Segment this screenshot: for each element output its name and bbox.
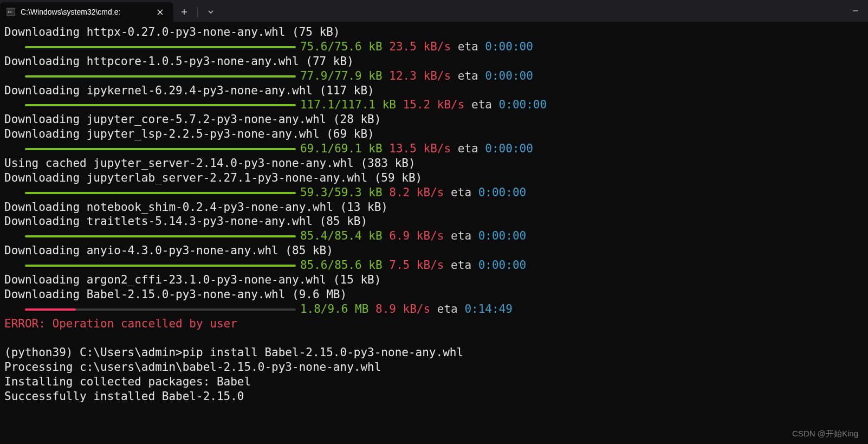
tab-close-button[interactable]	[154, 6, 166, 18]
progress-speed: 13.5 kB/s	[389, 141, 457, 156]
progress-size: 59.3/59.3 kB	[300, 185, 389, 200]
progress-speed: 15.2 kB/s	[403, 98, 471, 112]
eta-label: eta	[458, 40, 485, 54]
progress-line: 117.1/117.1 kB 15.2 kB/s eta 0:00:00	[4, 98, 864, 112]
eta-value: 0:00:00	[485, 141, 533, 156]
progress-size: 77.9/77.9 kB	[300, 69, 389, 83]
blank-line	[4, 331, 864, 345]
divider	[197, 7, 198, 17]
output-line: Installing collected packages: Babel	[4, 375, 864, 389]
watermark: CSDN @开始King	[792, 428, 858, 439]
eta-label: eta	[451, 258, 478, 273]
close-icon	[157, 9, 163, 15]
progress-bar	[25, 229, 300, 243]
progress-size: 85.4/85.4 kB	[300, 229, 389, 243]
window-controls	[843, 0, 868, 22]
output-line: Using cached jupyter_server-2.14.0-py3-n…	[4, 156, 864, 171]
tab-dropdown-button[interactable]	[200, 2, 222, 22]
terminal-output[interactable]: Downloading httpx-0.27.0-py3-none-any.wh…	[0, 22, 868, 444]
progress-line: 59.3/59.3 kB 8.2 kB/s eta 0:00:00	[4, 185, 864, 200]
eta-value: 0:14:49	[464, 302, 513, 317]
progress-size: 85.6/85.6 kB	[300, 258, 389, 273]
new-tab-button[interactable]	[173, 2, 195, 22]
progress-speed: 8.2 kB/s	[389, 185, 451, 200]
progress-speed: 12.3 kB/s	[389, 69, 457, 83]
progress-size: 1.8/9.6 MB	[300, 302, 375, 317]
eta-label: eta	[471, 98, 499, 112]
eta-value: 0:00:00	[478, 229, 527, 243]
progress-bar	[25, 69, 300, 83]
progress-speed: 7.5 kB/s	[389, 258, 451, 273]
chevron-down-icon	[208, 9, 214, 15]
output-line: Successfully installed Babel-2.15.0	[4, 389, 864, 404]
progress-speed: 6.9 kB/s	[389, 229, 451, 243]
progress-bar	[25, 185, 300, 200]
terminal-tab[interactable]: C:\ C:\Windows\system32\cmd.e:	[0, 2, 173, 22]
output-line: Downloading jupyter_lsp-2.2.5-py3-none-a…	[4, 127, 864, 141]
progress-size: 69.1/69.1 kB	[300, 141, 389, 156]
progress-line: 77.9/77.9 kB 12.3 kB/s eta 0:00:00	[4, 69, 864, 83]
progress-bar	[25, 40, 300, 54]
svg-text:C:\: C:\	[8, 10, 12, 14]
error-line: ERROR: Operation cancelled by user	[4, 317, 864, 331]
eta-value: 0:00:00	[485, 40, 533, 54]
output-line: Downloading ipykernel-6.29.4-py3-none-an…	[4, 83, 864, 98]
output-line: Downloading jupyterlab_server-2.27.1-py3…	[4, 171, 864, 185]
progress-line: 1.8/9.6 MB 8.9 kB/s eta 0:14:49	[4, 302, 864, 317]
eta-label: eta	[451, 185, 478, 200]
progress-speed: 8.9 kB/s	[375, 302, 437, 317]
progress-line: 69.1/69.1 kB 13.5 kB/s eta 0:00:00	[4, 141, 864, 156]
progress-bar	[25, 98, 300, 112]
tab-title: C:\Windows\system32\cmd.e:	[21, 8, 148, 16]
output-line: Downloading httpx-0.27.0-py3-none-any.wh…	[4, 25, 864, 40]
minimize-button[interactable]	[843, 0, 868, 22]
output-line: Downloading Babel-2.15.0-py3-none-any.wh…	[4, 287, 864, 302]
minimize-icon	[852, 8, 859, 14]
titlebar: C:\ C:\Windows\system32\cmd.e:	[0, 0, 868, 22]
progress-size: 75.6/75.6 kB	[300, 40, 389, 54]
eta-value: 0:00:00	[499, 98, 547, 112]
eta-label: eta	[437, 302, 465, 317]
output-line: Downloading jupyter_core-5.7.2-py3-none-…	[4, 112, 864, 127]
progress-size: 117.1/117.1 kB	[300, 98, 403, 112]
output-line: (python39) C:\Users\admin>pip install Ba…	[4, 345, 864, 360]
output-line: Downloading argon2_cffi-23.1.0-py3-none-…	[4, 273, 864, 287]
plus-icon	[181, 9, 187, 15]
eta-value: 0:00:00	[478, 185, 527, 200]
progress-speed: 23.5 kB/s	[389, 40, 457, 54]
eta-label: eta	[458, 69, 485, 83]
titlebar-actions	[173, 2, 222, 22]
output-line: Downloading httpcore-1.0.5-py3-none-any.…	[4, 54, 864, 69]
eta-value: 0:00:00	[478, 258, 527, 273]
cmd-icon: C:\	[7, 8, 15, 16]
output-line: Processing c:\users\admin\babel-2.15.0-p…	[4, 360, 864, 375]
progress-bar	[25, 141, 300, 156]
eta-label: eta	[451, 229, 478, 243]
output-line: Downloading anyio-4.3.0-py3-none-any.whl…	[4, 243, 864, 258]
eta-label: eta	[458, 141, 485, 156]
progress-line: 85.4/85.4 kB 6.9 kB/s eta 0:00:00	[4, 229, 864, 243]
progress-bar	[25, 302, 300, 317]
progress-line: 85.6/85.6 kB 7.5 kB/s eta 0:00:00	[4, 258, 864, 273]
progress-line: 75.6/75.6 kB 23.5 kB/s eta 0:00:00	[4, 40, 864, 54]
output-line: Downloading notebook_shim-0.2.4-py3-none…	[4, 200, 864, 215]
output-line: Downloading traitlets-5.14.3-py3-none-an…	[4, 214, 864, 229]
eta-value: 0:00:00	[485, 69, 533, 83]
progress-bar	[25, 258, 300, 273]
